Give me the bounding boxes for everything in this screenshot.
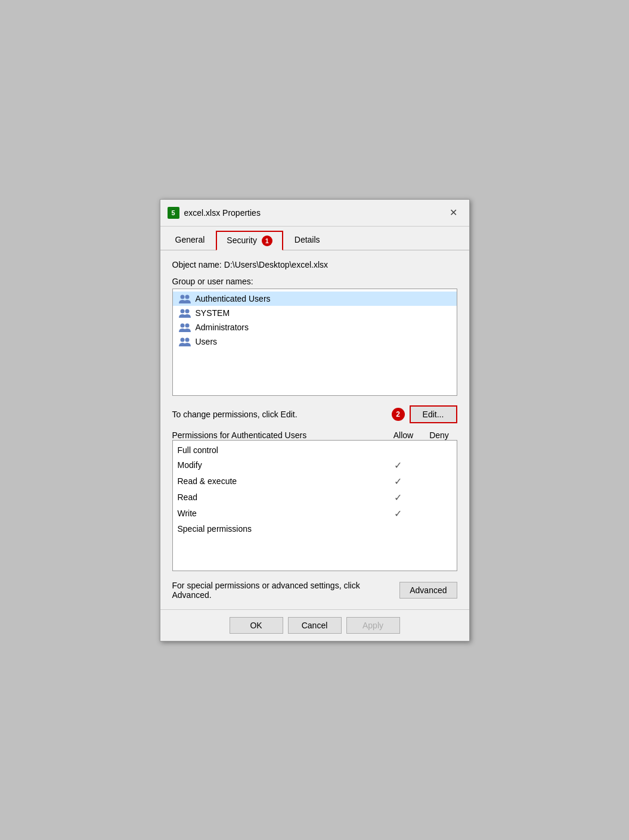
edit-btn-wrapper: 2 Edit... bbox=[392, 405, 457, 423]
dialog-footer: OK Cancel Apply bbox=[160, 609, 469, 641]
list-item[interactable]: Administrators bbox=[173, 320, 457, 334]
advanced-button[interactable]: Advanced bbox=[399, 582, 457, 599]
permission-row: Modify ✓ bbox=[178, 457, 452, 473]
permission-name: Special permissions bbox=[178, 524, 380, 534]
security-tab-badge: 1 bbox=[262, 235, 272, 246]
permissions-section: Permissions for Authenticated Users Allo… bbox=[172, 430, 457, 571]
excel-icon: 5 bbox=[168, 207, 179, 219]
list-item[interactable]: Users bbox=[173, 334, 457, 349]
svg-point-0 bbox=[185, 295, 189, 299]
permissions-list: Full control Modify ✓ Read & execute ✓ R… bbox=[172, 440, 457, 571]
title-bar-left: 5 excel.xlsx Properties bbox=[168, 207, 261, 219]
tab-details[interactable]: Details bbox=[284, 231, 330, 250]
cancel-button[interactable]: Cancel bbox=[288, 617, 342, 634]
users-section: Group or user names: Authenticated Users bbox=[172, 277, 457, 396]
permissions-header: Permissions for Authenticated Users Allo… bbox=[172, 430, 457, 440]
svg-point-5 bbox=[180, 323, 184, 327]
permission-row: Read & execute ✓ bbox=[178, 473, 452, 489]
edit-badge: 2 bbox=[392, 408, 405, 421]
permission-allow-check: ✓ bbox=[380, 460, 416, 471]
list-item[interactable]: Authenticated Users bbox=[173, 292, 457, 306]
permission-row: Full control bbox=[178, 443, 452, 457]
users-icon bbox=[178, 337, 191, 346]
tab-general[interactable]: General bbox=[165, 231, 215, 250]
user-name: Authenticated Users bbox=[196, 294, 271, 303]
svg-point-6 bbox=[185, 337, 189, 342]
user-name: Users bbox=[196, 337, 218, 346]
permission-row: Write ✓ bbox=[178, 506, 452, 522]
permission-name: Modify bbox=[178, 460, 380, 470]
svg-point-1 bbox=[180, 295, 184, 299]
ok-button[interactable]: OK bbox=[230, 617, 283, 634]
object-name-value: D:\Users\Desktop\excel.xlsx bbox=[224, 260, 328, 269]
advanced-section: For special permissions or advanced sett… bbox=[172, 581, 457, 600]
permission-name: Read & execute bbox=[178, 476, 380, 486]
dialog-content: Object name: D:\Users\Desktop\excel.xlsx… bbox=[160, 250, 469, 609]
users-icon bbox=[178, 323, 191, 332]
permission-name: Write bbox=[178, 509, 380, 518]
tab-bar: General Security 1 Details bbox=[160, 227, 469, 250]
users-section-label: Group or user names: bbox=[172, 277, 457, 286]
object-name-row: Object name: D:\Users\Desktop\excel.xlsx bbox=[172, 260, 457, 269]
properties-dialog: 5 excel.xlsx Properties ✕ General Securi… bbox=[160, 199, 470, 641]
edit-section: To change permissions, click Edit. 2 Edi… bbox=[172, 405, 457, 423]
edit-hint: To change permissions, click Edit. bbox=[172, 410, 298, 419]
svg-point-2 bbox=[185, 309, 189, 313]
close-button[interactable]: ✕ bbox=[445, 204, 462, 221]
permission-allow-check: ✓ bbox=[380, 508, 416, 519]
users-icon bbox=[178, 308, 191, 318]
svg-point-4 bbox=[185, 323, 189, 327]
svg-point-3 bbox=[180, 309, 184, 313]
dialog-title: excel.xlsx Properties bbox=[184, 208, 261, 218]
edit-button[interactable]: Edit... bbox=[410, 405, 457, 423]
deny-header: Deny bbox=[422, 430, 457, 440]
permissions-title: Permissions for Authenticated Users bbox=[172, 430, 386, 440]
allow-header: Allow bbox=[386, 430, 422, 440]
permission-row: Special permissions bbox=[178, 522, 452, 536]
user-name: SYSTEM bbox=[196, 308, 230, 318]
users-list[interactable]: Authenticated Users SYSTEM bbox=[172, 289, 457, 396]
object-name-label: Object name: bbox=[172, 260, 222, 269]
title-bar: 5 excel.xlsx Properties ✕ bbox=[160, 200, 469, 227]
permission-name: Full control bbox=[178, 445, 380, 455]
permission-name: Read bbox=[178, 492, 380, 502]
svg-point-7 bbox=[180, 337, 184, 342]
tab-security[interactable]: Security 1 bbox=[216, 231, 283, 250]
user-name: Administrators bbox=[196, 323, 249, 332]
advanced-hint: For special permissions or advanced sett… bbox=[172, 581, 400, 600]
apply-button[interactable]: Apply bbox=[346, 617, 400, 634]
users-icon bbox=[178, 294, 191, 303]
list-item[interactable]: SYSTEM bbox=[173, 306, 457, 320]
permission-allow-check: ✓ bbox=[380, 492, 416, 503]
permission-row: Read ✓ bbox=[178, 489, 452, 506]
permission-allow-check: ✓ bbox=[380, 476, 416, 487]
